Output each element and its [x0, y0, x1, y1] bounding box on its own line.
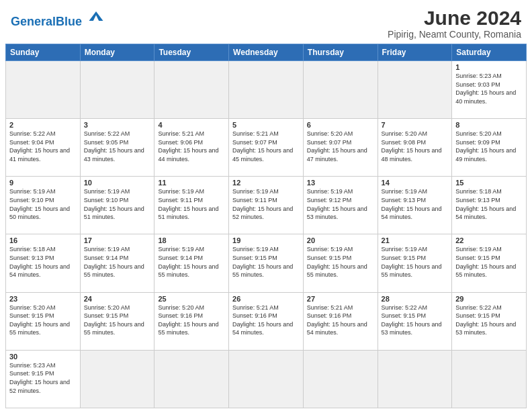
day-cell: 8Sunrise: 5:20 AMSunset: 9:09 PMDaylight…: [452, 119, 527, 177]
day-cell: 15Sunrise: 5:18 AMSunset: 9:13 PMDayligh…: [452, 177, 527, 234]
day-number: 17: [84, 236, 151, 244]
day-cell: [303, 61, 378, 119]
day-cell: 21Sunrise: 5:19 AMSunset: 9:15 PMDayligh…: [378, 234, 452, 292]
day-number: 15: [455, 179, 523, 187]
day-number: 29: [455, 295, 523, 303]
col-header-thursday: Thursday: [303, 44, 378, 61]
calendar-table: SundayMondayTuesdayWednesdayThursdayFrid…: [5, 44, 527, 408]
day-cell: [378, 350, 452, 408]
day-number: 18: [158, 236, 225, 244]
day-info: Sunrise: 5:21 AMSunset: 9:16 PMDaylight:…: [232, 304, 300, 337]
day-cell: [80, 61, 154, 119]
calendar-title: June 2024: [388, 7, 521, 29]
day-cell: [6, 61, 81, 119]
day-info: Sunrise: 5:19 AMSunset: 9:10 PMDaylight:…: [9, 187, 77, 221]
day-number: 28: [382, 295, 449, 303]
day-number: 10: [84, 179, 151, 187]
logo: GeneralBlue: [11, 7, 105, 29]
day-cell: [80, 350, 154, 408]
day-number: 26: [232, 295, 300, 303]
day-info: Sunrise: 5:19 AMSunset: 9:14 PMDaylight:…: [158, 245, 225, 279]
day-info: Sunrise: 5:20 AMSunset: 9:15 PMDaylight:…: [84, 304, 151, 337]
day-number: 12: [232, 179, 300, 187]
calendar-header-row: SundayMondayTuesdayWednesdayThursdayFrid…: [6, 44, 527, 61]
week-row-6: 30Sunrise: 5:23 AMSunset: 9:15 PMDayligh…: [6, 350, 527, 408]
day-cell: 7Sunrise: 5:20 AMSunset: 9:08 PMDaylight…: [378, 119, 452, 177]
col-header-sunday: Sunday: [6, 44, 81, 61]
day-number: 16: [9, 236, 77, 244]
day-cell: [154, 350, 229, 408]
day-cell: 16Sunrise: 5:18 AMSunset: 9:13 PMDayligh…: [6, 234, 81, 292]
day-info: Sunrise: 5:21 AMSunset: 9:06 PMDaylight:…: [158, 130, 225, 163]
day-number: 6: [307, 121, 374, 129]
day-number: 24: [84, 295, 151, 303]
day-info: Sunrise: 5:22 AMSunset: 9:15 PMDaylight:…: [382, 304, 449, 337]
day-cell: 1Sunrise: 5:23 AMSunset: 9:03 PMDaylight…: [452, 61, 527, 119]
day-number: 23: [9, 295, 77, 303]
day-number: 20: [307, 236, 374, 244]
col-header-monday: Monday: [80, 44, 154, 61]
day-cell: [378, 61, 452, 119]
calendar-wrapper: SundayMondayTuesdayWednesdayThursdayFrid…: [0, 44, 532, 411]
day-number: 25: [158, 295, 225, 303]
day-info: Sunrise: 5:21 AMSunset: 9:07 PMDaylight:…: [232, 130, 300, 163]
col-header-saturday: Saturday: [452, 44, 527, 61]
day-cell: 29Sunrise: 5:22 AMSunset: 9:15 PMDayligh…: [452, 292, 527, 350]
day-number: 3: [84, 121, 151, 129]
day-cell: [154, 61, 229, 119]
day-info: Sunrise: 5:20 AMSunset: 9:08 PMDaylight:…: [382, 130, 449, 163]
day-number: 7: [382, 121, 449, 129]
day-info: Sunrise: 5:20 AMSunset: 9:16 PMDaylight:…: [158, 304, 225, 337]
calendar-subtitle: Pipirig, Neamt County, Romania: [388, 29, 521, 40]
col-header-tuesday: Tuesday: [154, 44, 229, 61]
day-info: Sunrise: 5:19 AMSunset: 9:12 PMDaylight:…: [307, 187, 374, 221]
day-info: Sunrise: 5:23 AMSunset: 9:03 PMDaylight:…: [455, 72, 523, 105]
day-number: 11: [158, 179, 225, 187]
day-cell: 4Sunrise: 5:21 AMSunset: 9:06 PMDaylight…: [154, 119, 229, 177]
day-cell: 14Sunrise: 5:19 AMSunset: 9:13 PMDayligh…: [378, 177, 452, 234]
day-info: Sunrise: 5:19 AMSunset: 9:11 PMDaylight:…: [232, 187, 300, 221]
title-area: June 2024 Pipirig, Neamt County, Romania: [388, 7, 521, 40]
day-cell: 25Sunrise: 5:20 AMSunset: 9:16 PMDayligh…: [154, 292, 229, 350]
day-info: Sunrise: 5:18 AMSunset: 9:13 PMDaylight:…: [9, 245, 77, 279]
logo-blue: Blue: [56, 15, 82, 28]
day-info: Sunrise: 5:19 AMSunset: 9:15 PMDaylight:…: [307, 245, 374, 279]
day-info: Sunrise: 5:19 AMSunset: 9:13 PMDaylight:…: [382, 187, 449, 221]
day-cell: 5Sunrise: 5:21 AMSunset: 9:07 PMDaylight…: [229, 119, 304, 177]
day-cell: 6Sunrise: 5:20 AMSunset: 9:07 PMDaylight…: [303, 119, 378, 177]
logo-text: GeneralBlue: [11, 7, 105, 29]
day-cell: [452, 350, 527, 408]
day-cell: 10Sunrise: 5:19 AMSunset: 9:10 PMDayligh…: [80, 177, 154, 234]
day-number: 22: [455, 236, 523, 244]
day-cell: [229, 61, 304, 119]
page: GeneralBlue June 2024 Pipirig, Neamt Cou…: [0, 0, 532, 411]
day-number: 14: [382, 179, 449, 187]
logo-general: General: [11, 15, 56, 28]
day-cell: 2Sunrise: 5:22 AMSunset: 9:04 PMDaylight…: [6, 119, 81, 177]
day-cell: 11Sunrise: 5:19 AMSunset: 9:11 PMDayligh…: [154, 177, 229, 234]
day-number: 2: [9, 121, 77, 129]
day-cell: 23Sunrise: 5:20 AMSunset: 9:15 PMDayligh…: [6, 292, 81, 350]
day-number: 19: [232, 236, 300, 244]
day-cell: 18Sunrise: 5:19 AMSunset: 9:14 PMDayligh…: [154, 234, 229, 292]
day-info: Sunrise: 5:22 AMSunset: 9:04 PMDaylight:…: [9, 130, 77, 163]
day-info: Sunrise: 5:22 AMSunset: 9:15 PMDaylight:…: [455, 304, 523, 337]
day-info: Sunrise: 5:19 AMSunset: 9:11 PMDaylight:…: [158, 187, 225, 221]
day-info: Sunrise: 5:19 AMSunset: 9:14 PMDaylight:…: [84, 245, 151, 279]
day-number: 30: [9, 353, 77, 361]
day-number: 1: [455, 63, 523, 71]
day-number: 5: [232, 121, 300, 129]
day-info: Sunrise: 5:22 AMSunset: 9:05 PMDaylight:…: [84, 130, 151, 163]
day-cell: 12Sunrise: 5:19 AMSunset: 9:11 PMDayligh…: [229, 177, 304, 234]
day-number: 21: [382, 236, 449, 244]
logo-icon: [87, 7, 105, 26]
day-cell: 22Sunrise: 5:19 AMSunset: 9:15 PMDayligh…: [452, 234, 527, 292]
day-info: Sunrise: 5:20 AMSunset: 9:07 PMDaylight:…: [307, 130, 374, 163]
week-row-5: 23Sunrise: 5:20 AMSunset: 9:15 PMDayligh…: [6, 292, 527, 350]
header: GeneralBlue June 2024 Pipirig, Neamt Cou…: [0, 0, 532, 44]
day-number: 4: [158, 121, 225, 129]
day-info: Sunrise: 5:23 AMSunset: 9:15 PMDaylight:…: [9, 361, 77, 395]
day-number: 13: [307, 179, 374, 187]
day-number: 27: [307, 295, 374, 303]
day-cell: 26Sunrise: 5:21 AMSunset: 9:16 PMDayligh…: [229, 292, 304, 350]
